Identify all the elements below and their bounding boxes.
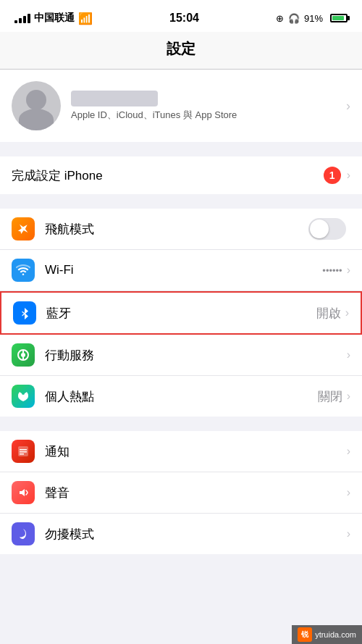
connectivity-list: 飛航模式 Wi-Fi •••••• › — [0, 209, 362, 417]
airplane-mode-icon — [12, 217, 35, 241]
profile-chevron-icon: › — [346, 99, 350, 114]
do-not-disturb-label: 勿擾模式 — [45, 526, 347, 543]
notifications-row[interactable]: 通知 › — [0, 431, 362, 472]
status-bar: 中国联通 📶 15:04 ⊕ 🎧 91% — [0, 0, 362, 32]
section-separator-3 — [0, 417, 362, 431]
sounds-label: 聲音 — [45, 485, 347, 501]
signal-bar-1 — [14, 20, 17, 23]
cellular-label: 行動服務 — [45, 347, 347, 364]
watermark: 锐 ytruida.com — [292, 625, 362, 644]
sounds-row[interactable]: 聲音 › — [0, 472, 362, 514]
watermark-logo-text: 锐 — [301, 630, 308, 640]
profile-name-blurred — [71, 91, 158, 106]
notifications-chevron-icon: › — [347, 445, 350, 458]
cellular-icon — [12, 343, 35, 367]
setup-list: 完成設定 iPhone 1 › — [0, 156, 362, 194]
battery-tip — [348, 16, 350, 20]
cellular-row[interactable]: 行動服務 › — [0, 335, 362, 376]
bluetooth-chevron-icon: › — [345, 306, 349, 319]
hotspot-label: 個人熱點 — [45, 388, 318, 405]
svg-rect-5 — [20, 449, 27, 451]
hotspot-row[interactable]: 個人熱點 關閉 › — [0, 376, 362, 417]
signal-bar-3 — [23, 16, 26, 23]
battery-icon — [330, 14, 348, 22]
signal-icon — [14, 14, 30, 23]
status-icons: ⊕ 🎧 91% — [276, 13, 348, 24]
avatar-body — [19, 109, 54, 130]
airplane-toggle-thumb — [310, 219, 329, 238]
do-not-disturb-row[interactable]: 勿擾模式 › — [0, 514, 362, 554]
wifi-row[interactable]: Wi-Fi •••••• › — [0, 250, 362, 291]
svg-rect-6 — [20, 451, 27, 453]
bottom-spacer — [0, 554, 362, 561]
sounds-icon — [12, 481, 35, 504]
airplane-mode-row[interactable]: 飛航模式 — [0, 209, 362, 250]
bluetooth-value: 開啟 — [316, 305, 341, 322]
hotspot-chevron-icon: › — [347, 390, 350, 403]
watermark-site: ytruida.com — [315, 630, 356, 639]
page-title: 設定 — [12, 39, 350, 59]
notifications-label: 通知 — [45, 443, 347, 460]
wifi-svg — [16, 263, 30, 277]
hotspot-svg — [16, 389, 30, 403]
svg-rect-7 — [20, 453, 24, 455]
svg-point-1 — [21, 353, 25, 357]
nav-bar: 設定 — [0, 32, 362, 70]
notifications-icon — [12, 440, 35, 463]
profile-info: Apple ID、iCloud、iTunes 與 App Store — [71, 91, 346, 122]
wifi-label: Wi-Fi — [45, 263, 322, 277]
cellular-chevron-icon: › — [347, 348, 350, 361]
status-carrier: 中国联通 📶 — [14, 12, 93, 25]
bluetooth-row[interactable]: 藍牙 開啟 › — [0, 291, 362, 335]
hotspot-value: 關閉 — [318, 388, 342, 405]
airplane-svg — [16, 222, 30, 236]
status-time: 15:04 — [169, 12, 199, 25]
notifications-section: 通知 › 聲音 › 勿擾模式 › — [0, 431, 362, 554]
battery-percent: 91% — [304, 13, 323, 24]
complete-setup-label: 完成設定 iPhone — [12, 167, 324, 184]
setup-badge: 1 — [324, 167, 341, 184]
bluetooth-icon — [13, 301, 36, 325]
wifi-status-icon: 📶 — [78, 12, 93, 25]
profile-list: Apple ID、iCloud、iTunes 與 App Store › — [0, 70, 362, 142]
do-not-disturb-chevron-icon: › — [347, 527, 350, 540]
notifications-list: 通知 › 聲音 › 勿擾模式 › — [0, 431, 362, 554]
airplane-mode-label: 飛航模式 — [45, 221, 308, 238]
sounds-chevron-icon: › — [347, 486, 350, 499]
sounds-svg — [16, 485, 30, 500]
wifi-chevron-icon: › — [347, 264, 350, 277]
dnd-svg — [16, 527, 30, 541]
bluetooth-label: 藍牙 — [46, 305, 316, 322]
complete-setup-row[interactable]: 完成設定 iPhone 1 › — [0, 156, 362, 194]
avatar — [12, 81, 61, 130]
profile-section: Apple ID、iCloud、iTunes 與 App Store › — [0, 70, 362, 142]
notification-svg — [16, 444, 30, 459]
bluetooth-svg — [17, 306, 32, 320]
setup-section: 完成設定 iPhone 1 › — [0, 156, 362, 194]
carrier-name: 中国联通 — [34, 12, 75, 25]
connectivity-section: 飛航模式 Wi-Fi •••••• › — [0, 209, 362, 417]
battery-fill — [332, 16, 344, 20]
wifi-icon — [12, 259, 35, 282]
signal-bar-4 — [28, 14, 30, 23]
watermark-logo: 锐 — [298, 627, 312, 642]
hotspot-icon — [12, 385, 35, 408]
airplane-mode-toggle[interactable] — [308, 218, 346, 240]
location-icon: ⊕ — [276, 13, 284, 24]
profile-subtitle: Apple ID、iCloud、iTunes 與 App Store — [71, 109, 346, 122]
cellular-svg — [16, 348, 30, 362]
headphone-icon: 🎧 — [288, 13, 300, 24]
avatar-head — [26, 90, 46, 110]
do-not-disturb-icon — [12, 522, 35, 545]
signal-bar-2 — [19, 18, 22, 23]
wifi-value: •••••• — [322, 265, 342, 276]
profile-row[interactable]: Apple ID、iCloud、iTunes 與 App Store › — [0, 70, 362, 142]
section-separator-1 — [0, 142, 362, 156]
setup-chevron-icon: › — [347, 169, 350, 182]
section-separator-2 — [0, 194, 362, 209]
